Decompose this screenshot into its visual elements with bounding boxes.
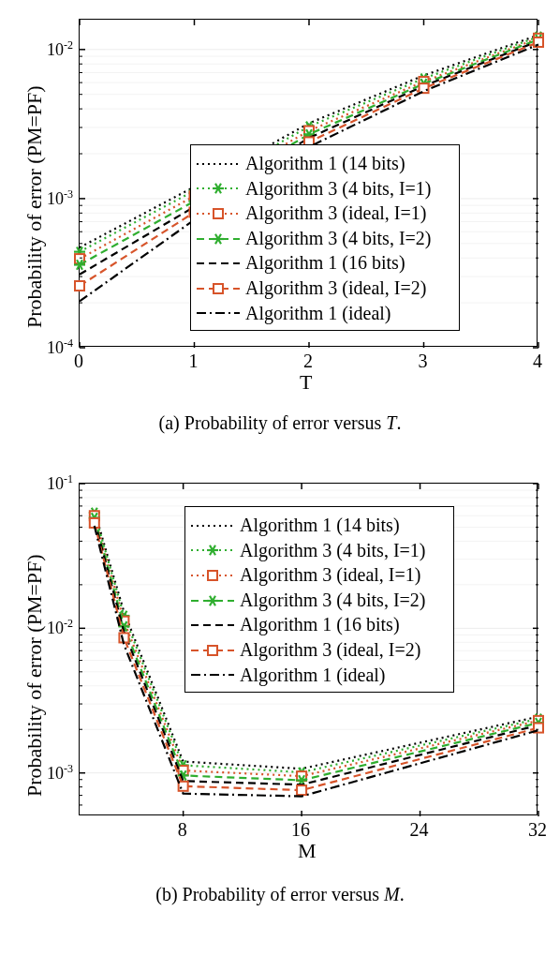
chart-a-ytick: 10-3 <box>30 187 73 209</box>
legend-row-alg3_ideal_I2: Algorithm 3 (ideal, I=2) <box>197 276 451 301</box>
chart-a-caption: (a) Probability of error versus T. <box>0 412 560 434</box>
legend-sample-alg3_ideal_I2 <box>197 280 240 297</box>
chart-a-xtick: 4 <box>523 351 553 372</box>
legend-label-alg1_14: Algorithm 1 (14 bits) <box>240 514 400 538</box>
legend-sample-alg3_4_I1 <box>191 542 234 559</box>
legend-label-alg1_16: Algorithm 1 (16 bits) <box>240 613 400 637</box>
chart-b-xtick: 16 <box>286 819 316 841</box>
chart-b-caption-suffix: . <box>400 884 405 904</box>
chart-b-caption: (b) Probability of error versus M. <box>0 884 560 905</box>
chart-a-xtick: 2 <box>293 351 323 372</box>
chart-b-block: Probability of error (PM=PF) Algorithm 1… <box>0 464 560 956</box>
chart-a-plot-area: Algorithm 1 (14 bits) Algorithm 3 (4 bit… <box>79 19 538 347</box>
chart-b-legend: Algorithm 1 (14 bits) Algorithm 3 (4 bit… <box>184 506 454 693</box>
legend-sample-alg3_4_I2 <box>197 231 240 247</box>
legend-label-alg3_ideal_I1: Algorithm 3 (ideal, I=1) <box>240 563 420 588</box>
chart-b-xtick: 8 <box>168 819 198 841</box>
svg-rect-248 <box>208 646 217 655</box>
legend-row-alg3_ideal_I1: Algorithm 3 (ideal, I=1) <box>191 563 446 588</box>
legend-row-alg3_ideal_I2: Algorithm 3 (ideal, I=2) <box>191 638 446 663</box>
legend-label-alg3_ideal_I1: Algorithm 3 (ideal, I=1) <box>245 202 426 226</box>
legend-row-alg3_ideal_I1: Algorithm 3 (ideal, I=1) <box>197 202 451 226</box>
chart-a-xtick: 1 <box>179 351 209 372</box>
legend-row-alg1_14: Algorithm 1 (14 bits) <box>191 514 446 538</box>
chart-a-block: Probability of error (PM=PF) Algorithm 1… <box>0 0 560 459</box>
legend-label-alg3_4_I1: Algorithm 3 (4 bits, I=1) <box>240 539 426 563</box>
legend-row-alg3_4_I1: Algorithm 3 (4 bits, I=1) <box>191 539 446 563</box>
legend-label-alg1_14: Algorithm 1 (14 bits) <box>245 152 405 176</box>
legend-row-alg3_4_I1: Algorithm 3 (4 bits, I=1) <box>197 177 451 202</box>
legend-label-alg3_ideal_I2: Algorithm 3 (ideal, I=2) <box>240 638 420 663</box>
legend-sample-alg3_ideal_I2 <box>191 642 234 659</box>
chart-a-caption-prefix: (a) Probability of error versus <box>159 412 387 433</box>
chart-a-xlabel: T <box>300 370 312 395</box>
svg-rect-113 <box>214 209 223 218</box>
legend-row-alg3_4_I2: Algorithm 3 (4 bits, I=2) <box>197 227 451 251</box>
legend-label-alg3_ideal_I2: Algorithm 3 (ideal, I=2) <box>245 276 426 301</box>
chart-b-ylabel: Probability of error (PM=PF) <box>22 554 47 797</box>
legend-row-alg1_16: Algorithm 1 (16 bits) <box>191 613 446 637</box>
legend-row-alg3_4_I2: Algorithm 3 (4 bits, I=2) <box>191 589 446 613</box>
chart-b-plot-area: Algorithm 1 (14 bits) Algorithm 3 (4 bit… <box>79 483 538 815</box>
legend-label-alg3_4_I2: Algorithm 3 (4 bits, I=2) <box>240 589 426 613</box>
legend-row-alg1_ideal: Algorithm 1 (ideal) <box>197 302 451 326</box>
chart-b-xlabel: M <box>298 839 317 863</box>
chart-a-caption-suffix: . <box>396 412 401 433</box>
chart-a-legend: Algorithm 1 (14 bits) Algorithm 3 (4 bit… <box>190 144 460 331</box>
chart-b-ytick: 10-3 <box>30 762 73 784</box>
chart-b-ytick: 10-1 <box>30 472 73 494</box>
chart-b-caption-prefix: (b) Probability of error versus <box>155 884 384 904</box>
legend-sample-alg1_16 <box>197 255 240 272</box>
svg-rect-54 <box>75 281 84 291</box>
chart-b-xtick: 24 <box>405 819 435 841</box>
chart-a-xtick: 0 <box>64 351 94 372</box>
legend-sample-alg1_14 <box>197 156 240 172</box>
legend-label-alg1_16: Algorithm 1 (16 bits) <box>245 251 405 276</box>
chart-b-caption-var: M <box>384 884 400 904</box>
legend-sample-alg3_4_I1 <box>197 180 240 197</box>
legend-sample-alg1_ideal <box>191 666 234 683</box>
chart-b-ytick: 10-2 <box>30 617 73 638</box>
legend-label-alg3_4_I1: Algorithm 3 (4 bits, I=1) <box>245 177 432 202</box>
legend-sample-alg1_16 <box>191 617 234 634</box>
legend-sample-alg1_14 <box>191 517 234 534</box>
legend-label-alg1_ideal: Algorithm 1 (ideal) <box>245 302 391 326</box>
chart-a-caption-var: T <box>386 412 396 433</box>
svg-rect-241 <box>208 571 217 580</box>
legend-sample-alg3_ideal_I1 <box>191 567 234 584</box>
legend-row-alg1_16: Algorithm 1 (16 bits) <box>197 251 451 276</box>
legend-sample-alg3_ideal_I1 <box>197 205 240 222</box>
legend-sample-alg1_ideal <box>197 305 240 321</box>
chart-a-ytick: 10-2 <box>30 38 73 60</box>
svg-rect-179 <box>297 785 306 795</box>
chart-a-xtick: 3 <box>408 351 438 372</box>
legend-row-alg1_14: Algorithm 1 (14 bits) <box>197 152 451 176</box>
legend-label-alg3_4_I2: Algorithm 3 (4 bits, I=2) <box>245 227 432 251</box>
svg-rect-120 <box>214 284 223 293</box>
legend-label-alg1_ideal: Algorithm 1 (ideal) <box>240 664 386 688</box>
legend-row-alg1_ideal: Algorithm 1 (ideal) <box>191 664 446 688</box>
chart-b-xtick: 32 <box>523 819 553 841</box>
legend-sample-alg3_4_I2 <box>191 592 234 609</box>
svg-rect-57 <box>420 83 429 93</box>
